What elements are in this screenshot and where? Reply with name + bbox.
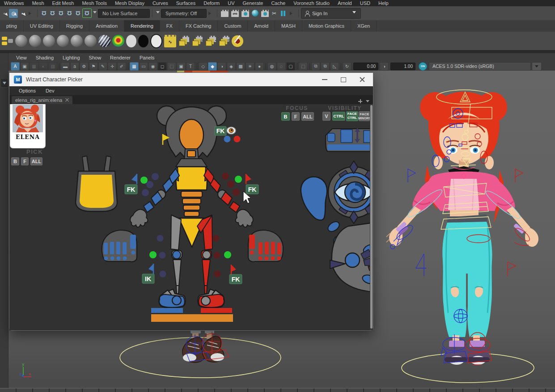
close-icon[interactable] — [360, 77, 365, 82]
picker-vest-control[interactable] — [76, 156, 117, 211]
isolate-select-icon[interactable]: ⬚ — [299, 62, 308, 71]
snap-grid-icon[interactable]: Ω — [40, 9, 48, 17]
render-sequence-icon[interactable]: ∿ — [164, 35, 176, 47]
symmetry-field[interactable]: Symmetry: Off — [161, 9, 207, 18]
pick-f-button[interactable]: F — [21, 157, 29, 165]
shelf-tab-fx[interactable]: FX — [160, 20, 179, 32]
render-current-frame-icon[interactable] — [252, 10, 258, 17]
pause-viewport-icon[interactable] — [280, 10, 286, 17]
field-chart-icon[interactable]: ⬚ — [167, 62, 176, 71]
render-settings-icon[interactable] — [241, 10, 249, 17]
camera-lock-icon[interactable]: a — [70, 62, 79, 71]
camera-attributes-icon[interactable]: ⚙ — [80, 62, 89, 71]
select-component-icon[interactable]: ▪ — [18, 9, 27, 18]
render-view-icon[interactable] — [221, 10, 229, 17]
menu-surfaces[interactable]: Surfaces — [172, 0, 199, 6]
pick-b-button[interactable]: B — [11, 157, 19, 165]
picker-cheek-control[interactable] — [301, 177, 327, 220]
picker-menu-options[interactable]: Options — [14, 88, 41, 93]
grid-icon[interactable]: ▦ — [130, 62, 139, 71]
xray-icon[interactable]: ▢ — [286, 62, 295, 71]
lambert-material-icon[interactable] — [29, 35, 41, 47]
standard-surface-icon[interactable] — [15, 35, 27, 47]
eye-icon[interactable] — [227, 127, 236, 134]
menu-mesh[interactable]: Mesh — [28, 0, 48, 6]
sign-in-dropdown[interactable]: Sign In — [301, 8, 361, 19]
character-card-elena[interactable]: ELENA — [10, 104, 45, 148]
menu-curves[interactable]: Curves — [148, 0, 172, 6]
surface-shader-icon[interactable] — [126, 35, 136, 47]
menu-generate[interactable]: Generate — [239, 0, 267, 6]
blinn-material-icon[interactable] — [43, 35, 55, 47]
light-editor-icon[interactable]: ✂ — [270, 9, 278, 18]
panel-menu-lighting[interactable]: Lighting — [58, 55, 85, 60]
snap-options-caret-icon[interactable] — [93, 11, 97, 15]
picker-tab-elena[interactable]: elena_rig_anim:elena — [12, 96, 72, 104]
color-management-toggle[interactable]: ON — [419, 62, 427, 71]
menu-mesh-tools[interactable]: Mesh Tools — [78, 0, 110, 6]
bookmark-icon[interactable]: ⚑ — [89, 62, 98, 71]
film-gate-icon[interactable]: ▭ — [139, 62, 148, 71]
pick-all-button[interactable]: ALL — [30, 157, 42, 165]
gamma-field[interactable]: 1.00 — [390, 63, 415, 70]
frame-all-icon[interactable]: ▦ — [30, 62, 38, 71]
ao-icon[interactable]: ◍ — [267, 62, 276, 71]
lights-icon[interactable]: ☀ — [246, 62, 254, 71]
layer-over-icon[interactable]: ⧉ — [311, 62, 320, 71]
shelf-tab-custom[interactable]: Custom — [218, 20, 248, 32]
ipr-render-icon[interactable]: IPR — [231, 10, 239, 17]
shelf-tab-uv-editing[interactable]: UV Editing — [24, 20, 60, 32]
visibility-ctrl-button[interactable]: CTRL — [332, 112, 345, 121]
paint-effects-icon[interactable] — [232, 35, 243, 47]
menu-cache[interactable]: Cache — [267, 0, 289, 6]
shelf-tab-rigging[interactable]: Rigging — [60, 20, 89, 32]
shelf-tab-xgen[interactable]: XGen — [351, 20, 377, 32]
maximize-icon[interactable] — [341, 77, 346, 82]
panel-collapse-button[interactable] — [0, 78, 8, 88]
time-slider[interactable] — [0, 388, 555, 392]
elena-3d-character[interactable] — [386, 90, 538, 383]
gamma-icon[interactable]: ◑ — [380, 62, 389, 71]
grease-pencil-icon[interactable]: ✎ — [98, 62, 107, 71]
phonge-material-icon[interactable] — [71, 35, 83, 47]
snap-view-plane-icon[interactable]: Ω — [74, 9, 82, 17]
gate-mask-icon[interactable]: ◻ — [158, 62, 167, 71]
menu-edit-mesh[interactable]: Edit Mesh — [48, 0, 78, 6]
picker-menu-dev[interactable]: Dev — [41, 88, 59, 93]
menu-mesh-display[interactable]: Mesh Display — [111, 0, 148, 6]
textured-icon[interactable]: ◑ — [217, 62, 226, 71]
focus-f-button[interactable]: F — [292, 112, 300, 121]
layer-under-icon[interactable]: ⧉ — [321, 62, 330, 71]
picker-left-leg-controls[interactable] — [151, 215, 186, 313]
checker-icon[interactable]: ▩ — [236, 62, 245, 71]
snap-curve-icon[interactable]: Ω — [48, 9, 57, 17]
image-icon[interactable]: ▨ — [48, 62, 57, 71]
snap-live-object-icon[interactable]: Ω — [82, 8, 92, 18]
show-batch-render-icon[interactable]: ◔ — [205, 36, 216, 46]
picker-right-leg-controls[interactable] — [197, 215, 232, 313]
resolution-gate-icon[interactable]: ◉ — [148, 62, 157, 71]
select-object-icon[interactable]: ◍ — [9, 9, 18, 18]
left-character-feet[interactable] — [182, 329, 229, 362]
menu-help[interactable]: Help — [374, 0, 393, 6]
symmetry-caret-icon[interactable] — [156, 11, 160, 15]
anisotropic-material-icon[interactable] — [98, 35, 110, 47]
character-picker-canvas[interactable]: FK FK FK IK FK — [9, 104, 373, 330]
panel-menu-renderer[interactable]: Renderer — [106, 55, 135, 60]
colorspace-dropdown[interactable]: ACES 1.0 SDR-video (sRGB) — [429, 62, 531, 71]
picker-left-fingers-controls[interactable] — [102, 230, 137, 262]
menu-voronezh-studio[interactable]: Voronezh Studio — [289, 0, 334, 6]
shelf-tab-mash[interactable]: MASH — [275, 20, 302, 32]
select-hierarchy-icon[interactable]: ▫ — [0, 9, 9, 18]
exposure-icon[interactable]: ↻ — [343, 62, 352, 71]
camera-icon[interactable]: ▬ — [61, 62, 70, 71]
menu-uv[interactable]: UV — [224, 0, 238, 6]
menu-usd[interactable]: USD — [356, 0, 374, 6]
shelf-tab-fx-caching[interactable]: FX Caching — [179, 20, 218, 32]
panel-menu-view[interactable]: View — [12, 55, 31, 60]
menu-deform[interactable]: Deform — [199, 0, 224, 6]
wireframe-on-shaded-icon[interactable]: ◈ — [227, 62, 236, 71]
hypershade-icon[interactable] — [261, 10, 269, 17]
focus-b-button[interactable]: B — [281, 112, 290, 121]
use-background-icon[interactable] — [138, 35, 148, 47]
